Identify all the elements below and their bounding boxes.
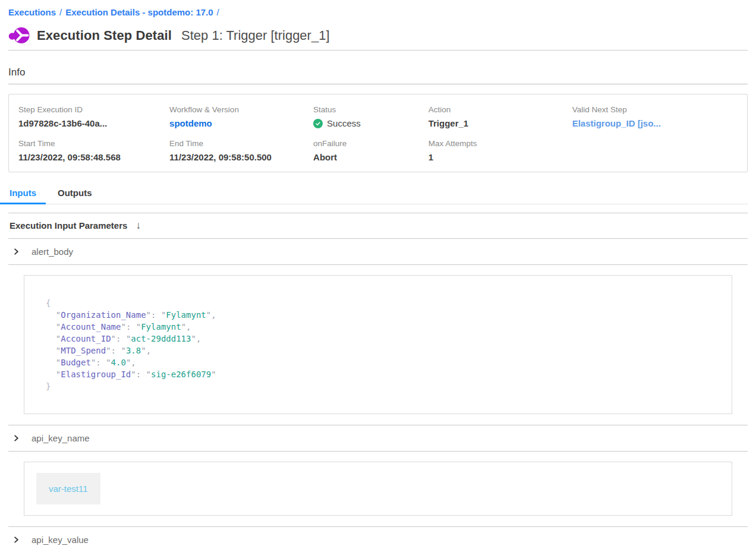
info-card: Step Execution ID 1d97828c-13b6-40a... W… xyxy=(8,94,748,172)
page-title: Execution Step Detail xyxy=(37,28,172,43)
field-action: Action Trigger_1 xyxy=(429,105,572,128)
field-label: Status xyxy=(313,105,429,114)
tab-inputs[interactable]: Inputs xyxy=(8,188,37,204)
field-value: 1 xyxy=(429,152,572,162)
field-empty xyxy=(572,139,738,162)
next-step-link[interactable]: Elastigroup_ID [jso... xyxy=(572,118,738,128)
breadcrumb-separator: / xyxy=(59,7,62,17)
page-header: Execution Step Detail Step 1: Trigger [t… xyxy=(8,26,748,45)
breadcrumb-executions[interactable]: Executions xyxy=(8,7,56,17)
params-header: Execution Input Parameters ↓ xyxy=(8,213,748,238)
success-check-icon xyxy=(313,119,323,128)
field-value: 11/23/2022, 09:58:48.568 xyxy=(18,152,169,162)
param-label: api_key_value xyxy=(32,535,89,545)
api-key-name-value: var-test11 xyxy=(36,473,100,504)
field-label: End Time xyxy=(169,139,313,148)
section-divider xyxy=(8,264,748,265)
field-end-time: End Time 11/23/2022, 09:58:50.500 xyxy=(169,139,313,162)
field-label: Valid Next Step xyxy=(572,105,738,114)
json-code: { "Organization_Name": "Fylamynt", "Acco… xyxy=(46,297,720,392)
field-value: 11/23/2022, 09:58:50.500 xyxy=(169,152,313,162)
field-value: Trigger_1 xyxy=(429,118,572,128)
info-divider xyxy=(8,84,748,84)
param-row-api-key-name[interactable]: api_key_name xyxy=(8,425,748,451)
field-value: 1d97828c-13b6-40a... xyxy=(18,118,169,128)
page-subtitle: Step 1: Trigger [trigger_1] xyxy=(181,28,329,43)
field-onfailure: onFailure Abort xyxy=(313,139,429,162)
workflow-link[interactable]: spotdemo xyxy=(169,118,313,128)
field-valid-next-step: Valid Next Step Elastigroup_ID [jso... xyxy=(572,105,738,128)
alert-body-value-panel: { "Organization_Name": "Fylamynt", "Acco… xyxy=(24,275,732,414)
chevron-right-icon xyxy=(13,435,20,441)
info-section-heading: Info xyxy=(8,51,748,78)
tabs-and-params: Inputs Outputs Execution Input Parameter… xyxy=(0,188,756,546)
field-label: Step Execution ID xyxy=(18,105,169,114)
info-grid: Step Execution ID 1d97828c-13b6-40a... W… xyxy=(18,105,738,162)
field-label: onFailure xyxy=(313,139,429,148)
section-divider xyxy=(8,451,748,452)
breadcrumb: Executions / Execution Details - spotdem… xyxy=(8,7,748,17)
fylamynt-logo-icon xyxy=(8,26,30,45)
param-label: api_key_name xyxy=(32,433,90,443)
chevron-right-icon xyxy=(13,248,20,255)
execution-step-detail-page: Executions / Execution Details - spotdem… xyxy=(0,7,756,172)
param-row-alert-body[interactable]: alert_body xyxy=(8,239,748,264)
field-max-attempts: Max Attempts 1 xyxy=(429,139,572,162)
breadcrumb-execution-details[interactable]: Execution Details - spotdemo: 17.0 xyxy=(65,7,213,17)
chevron-right-icon xyxy=(13,536,20,543)
field-step-execution-id: Step Execution ID 1d97828c-13b6-40a... xyxy=(18,105,169,128)
param-row-api-key-value[interactable]: api_key_value xyxy=(8,527,748,546)
field-label: Workflow & Version xyxy=(169,105,313,114)
field-value: Abort xyxy=(313,152,429,162)
api-key-name-value-panel: var-test11 xyxy=(24,462,732,516)
field-start-time: Start Time 11/23/2022, 09:58:48.568 xyxy=(18,139,169,162)
field-label: Max Attempts xyxy=(429,139,572,148)
status-text: Success xyxy=(327,118,361,128)
tab-outputs[interactable]: Outputs xyxy=(56,188,93,204)
field-label: Start Time xyxy=(18,139,169,148)
params-header-label: Execution Input Parameters xyxy=(10,220,127,231)
down-arrow-icon[interactable]: ↓ xyxy=(136,220,141,231)
breadcrumb-separator: / xyxy=(217,7,219,17)
status-badge: Success xyxy=(313,118,429,128)
param-label: alert_body xyxy=(32,247,73,257)
field-workflow-version: Workflow & Version spotdemo xyxy=(169,105,313,128)
tab-bar: Inputs Outputs xyxy=(0,188,748,204)
field-status: Status Success xyxy=(313,105,429,128)
field-label: Action xyxy=(429,105,572,114)
